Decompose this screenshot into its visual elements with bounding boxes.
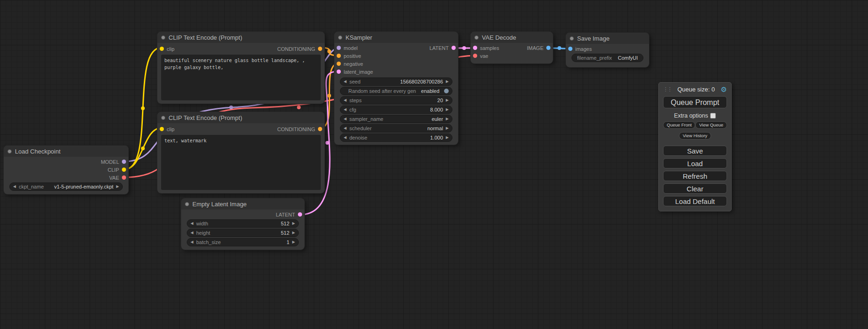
decrement-arrow-icon[interactable]: ◀ [344, 136, 346, 140]
widget-steps[interactable]: ◀ steps 20 ▶ [340, 96, 452, 105]
decrement-arrow-icon[interactable]: ◀ [13, 185, 16, 189]
decrement-arrow-icon[interactable]: ◀ [191, 222, 193, 225]
vae-input-slot[interactable] [473, 54, 477, 58]
decrement-arrow-icon[interactable]: ◀ [344, 98, 346, 102]
widget-value: 1 [287, 239, 289, 245]
widget-seed[interactable]: ◀ seed 156680208700286 ▶ [340, 77, 452, 86]
collapse-dot-icon[interactable] [185, 202, 189, 206]
conditioning-output-slot[interactable] [318, 47, 322, 51]
widget-filename-prefix[interactable]: filename_prefix ComfyUI [572, 54, 643, 62]
widget-control-after-generate[interactable]: Random seed after every gen enabled [340, 87, 452, 95]
node-ksampler[interactable]: KSampler model LATENT positive negative … [334, 32, 458, 145]
node-empty-latent-image[interactable]: Empty Latent Image LATENT ◀ width 512 ▶ … [181, 198, 304, 250]
queue-prompt-button[interactable]: Queue Prompt [663, 96, 727, 108]
clip-input-slot[interactable] [160, 47, 164, 51]
widget-width[interactable]: ◀ width 512 ▶ [187, 219, 299, 228]
widget-sampler-name[interactable]: ◀ sampler_name euler ▶ [340, 115, 452, 123]
widget-value: v1-5-pruned-emaonly.ckpt [54, 184, 113, 189]
load-button[interactable]: Load [663, 158, 727, 168]
widget-batch-size[interactable]: ◀ batch_size 1 ▶ [187, 238, 299, 246]
increment-arrow-icon[interactable]: ▶ [446, 80, 449, 84]
positive-input-slot[interactable] [337, 54, 341, 58]
output-label: LATENT [276, 212, 295, 217]
samples-input-slot[interactable] [473, 46, 477, 50]
refresh-button[interactable]: Refresh [663, 171, 727, 181]
node-clip-text-encode-positive[interactable]: CLIP Text Encode (Prompt) clip CONDITION… [157, 32, 325, 104]
queue-front-button[interactable]: Queue Front [663, 121, 695, 129]
decrement-arrow-icon[interactable]: ◀ [191, 240, 193, 244]
collapse-dot-icon[interactable] [7, 149, 12, 154]
input-label: clip [167, 126, 175, 132]
latent-output-slot[interactable] [298, 212, 302, 217]
decrement-arrow-icon[interactable]: ◀ [344, 117, 346, 121]
decrement-arrow-icon[interactable]: ◀ [344, 80, 346, 84]
view-history-button[interactable]: View History [679, 132, 711, 140]
toggle-knob-icon[interactable] [444, 89, 449, 93]
increment-arrow-icon[interactable]: ▶ [292, 231, 295, 235]
node-save-image[interactable]: Save Image images filename_prefix ComfyU… [566, 33, 649, 67]
collapse-dot-icon[interactable] [338, 35, 342, 40]
increment-arrow-icon[interactable]: ▶ [446, 108, 449, 112]
node-title-bar[interactable]: KSampler [334, 32, 458, 43]
clip-output-slot[interactable] [122, 168, 126, 172]
decrement-arrow-icon[interactable]: ◀ [191, 231, 193, 235]
node-title-bar[interactable]: Save Image [566, 33, 649, 44]
node-title-bar[interactable]: CLIP Text Encode (Prompt) [157, 32, 325, 43]
node-vae-decode[interactable]: VAE Decode samples IMAGE vae [471, 32, 553, 63]
increment-arrow-icon[interactable]: ▶ [446, 117, 449, 121]
widget-denoise[interactable]: ◀ denoise 1.000 ▶ [340, 133, 452, 142]
collapse-dot-icon[interactable] [474, 35, 479, 40]
view-queue-button[interactable]: View Queue [695, 121, 727, 129]
collapse-dot-icon[interactable] [161, 35, 165, 40]
node-title-bar[interactable]: Empty Latent Image [181, 198, 304, 210]
drag-handle-icon[interactable]: ⋮⋮ [663, 86, 671, 92]
widget-value: 20 [438, 98, 443, 103]
latent-image-input-slot[interactable] [337, 70, 341, 74]
input-label: samples [480, 45, 499, 51]
clip-input-slot[interactable] [160, 127, 164, 131]
vae-output-slot[interactable] [122, 175, 126, 180]
settings-gear-icon[interactable]: ⚙ [721, 86, 727, 93]
widget-label: seed [349, 79, 360, 84]
widget-scheduler[interactable]: ◀ scheduler normal ▶ [340, 124, 452, 133]
model-input-slot[interactable] [337, 46, 341, 50]
latent-output-slot[interactable] [452, 46, 456, 50]
prompt-textarea[interactable]: beautiful scenery nature glass bottle la… [161, 55, 321, 100]
widget-label: denoise [349, 135, 367, 140]
collapse-dot-icon[interactable] [161, 116, 165, 120]
increment-arrow-icon[interactable]: ▶ [292, 240, 295, 244]
increment-arrow-icon[interactable]: ▶ [446, 136, 449, 140]
clear-button[interactable]: Clear [663, 183, 727, 194]
image-output-slot[interactable] [546, 46, 550, 50]
widget-value: 512 [281, 230, 289, 236]
model-output-slot[interactable] [122, 160, 126, 164]
widget-label: width [196, 221, 208, 226]
widget-ckpt-name[interactable]: ◀ ckpt_name v1-5-pruned-emaonly.ckpt ▶ [9, 182, 123, 191]
link-dot [327, 49, 331, 53]
increment-arrow-icon[interactable]: ▶ [292, 222, 295, 225]
node-title-bar[interactable]: Load Checkpoint [4, 146, 128, 157]
images-input-slot[interactable] [568, 47, 572, 51]
save-button[interactable]: Save [663, 146, 727, 156]
prompt-textarea[interactable]: text, watermark [161, 135, 321, 190]
graph-canvas[interactable]: Load Checkpoint MODEL CLIP VAE ◀ ckpt_na… [0, 0, 868, 329]
node-title: Empty Latent Image [192, 201, 247, 208]
negative-input-slot[interactable] [337, 62, 341, 66]
node-load-checkpoint[interactable]: Load Checkpoint MODEL CLIP VAE ◀ ckpt_na… [4, 146, 128, 194]
conditioning-output-slot[interactable] [318, 127, 322, 131]
widget-height[interactable]: ◀ height 512 ▶ [187, 229, 299, 237]
node-title-bar[interactable]: VAE Decode [471, 32, 553, 43]
node-clip-text-encode-negative[interactable]: CLIP Text Encode (Prompt) clip CONDITION… [157, 112, 325, 193]
increment-arrow-icon[interactable]: ▶ [446, 98, 449, 102]
load-default-button[interactable]: Load Default [663, 196, 727, 206]
widget-cfg[interactable]: ◀ cfg 8.000 ▶ [340, 105, 452, 114]
queue-menu-panel[interactable]: ⋮⋮ Queue size: 0 ⚙ Queue Prompt Extra op… [658, 82, 732, 211]
collapse-dot-icon[interactable] [570, 36, 574, 41]
node-title-bar[interactable]: CLIP Text Encode (Prompt) [157, 112, 325, 123]
extra-options-checkbox[interactable] [710, 113, 716, 119]
decrement-arrow-icon[interactable]: ◀ [344, 126, 346, 130]
decrement-arrow-icon[interactable]: ◀ [344, 108, 346, 112]
increment-arrow-icon[interactable]: ▶ [446, 126, 449, 130]
widget-label: height [196, 230, 210, 236]
increment-arrow-icon[interactable]: ▶ [116, 185, 119, 189]
